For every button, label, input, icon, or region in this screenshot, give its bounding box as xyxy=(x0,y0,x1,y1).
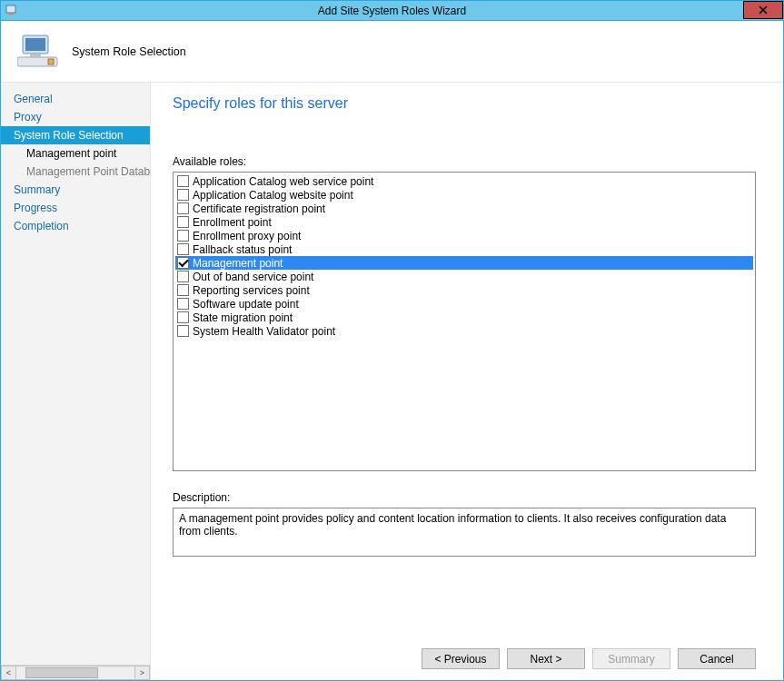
main-heading: Specify roles for this server xyxy=(173,95,756,112)
sidebar: GeneralProxySystem Role SelectionManagem… xyxy=(1,83,151,680)
roles-listbox[interactable]: Application Catalog web service pointApp… xyxy=(173,172,756,471)
role-row-application-catalog-web-service-point[interactable]: Application Catalog web service point xyxy=(175,174,753,188)
role-row-system-health-validator-point[interactable]: System Health Validator point xyxy=(175,324,753,338)
role-row-certificate-registration-point[interactable]: Certificate registration point xyxy=(175,202,753,215)
role-label: Out of band service point xyxy=(193,271,313,283)
role-label: Enrollment point xyxy=(193,216,272,229)
role-label: Application Catalog website point xyxy=(193,189,353,202)
titlebar[interactable]: Add Site System Roles Wizard xyxy=(1,1,783,21)
role-label: State migration point xyxy=(193,311,293,324)
cancel-button[interactable]: Cancel xyxy=(678,648,756,669)
role-label: Certificate registration point xyxy=(193,202,325,215)
role-row-software-update-point[interactable]: Software update point xyxy=(175,297,753,311)
role-checkbox[interactable] xyxy=(177,311,189,323)
previous-button[interactable]: < Previous xyxy=(422,648,500,669)
role-row-reporting-services-point[interactable]: Reporting services point xyxy=(175,283,753,297)
role-label: Management point xyxy=(193,257,283,270)
nav-list: GeneralProxySystem Role SelectionManagem… xyxy=(1,83,150,665)
role-label: Fallback status point xyxy=(193,243,292,256)
wizard-window: Add Site System Roles Wizard System Role… xyxy=(0,0,784,681)
main-panel: Specify roles for this server Available … xyxy=(151,83,783,680)
role-checkbox[interactable] xyxy=(177,325,189,337)
scroll-track[interactable] xyxy=(16,666,134,680)
role-row-enrollment-point[interactable]: Enrollment point xyxy=(175,215,753,229)
svg-rect-8 xyxy=(48,59,54,64)
header-icon xyxy=(17,32,59,72)
available-roles-label: Available roles: xyxy=(173,155,756,168)
header: System Role Selection xyxy=(1,21,783,83)
nav-item-system-role-selection[interactable]: System Role Selection xyxy=(1,126,150,144)
nav-item-management-point-database[interactable]: Management Point Database xyxy=(1,163,150,181)
close-icon xyxy=(759,4,768,17)
role-checkbox[interactable] xyxy=(177,257,189,269)
description-box: A management point provides policy and c… xyxy=(173,508,756,557)
role-row-state-migration-point[interactable]: State migration point xyxy=(175,311,753,324)
role-checkbox[interactable] xyxy=(177,216,189,228)
description-text: A management point provides policy and c… xyxy=(179,512,726,538)
role-label: Enrollment proxy point xyxy=(193,230,301,242)
nav-item-completion[interactable]: Completion xyxy=(1,217,150,235)
svg-rect-7 xyxy=(30,54,41,57)
nav-item-management-point[interactable]: Management point xyxy=(1,144,150,163)
role-row-out-of-band-service-point[interactable]: Out of band service point xyxy=(175,270,753,283)
close-button[interactable] xyxy=(743,1,783,19)
nav-item-progress[interactable]: Progress xyxy=(1,199,150,217)
nav-item-summary[interactable]: Summary xyxy=(1,181,150,199)
sidebar-scrollbar[interactable]: < > xyxy=(1,665,150,680)
footer-buttons: < Previous Next > Summary Cancel xyxy=(173,637,756,669)
role-checkbox[interactable] xyxy=(177,202,189,214)
role-row-enrollment-proxy-point[interactable]: Enrollment proxy point xyxy=(175,229,753,242)
role-row-fallback-status-point[interactable]: Fallback status point xyxy=(175,242,753,256)
role-checkbox[interactable] xyxy=(177,189,189,201)
nav-item-general[interactable]: General xyxy=(1,90,150,108)
scroll-right-button[interactable]: > xyxy=(134,666,150,680)
role-checkbox[interactable] xyxy=(177,284,189,296)
role-row-management-point[interactable]: Management point xyxy=(175,256,753,270)
role-label: Application Catalog web service point xyxy=(193,175,373,188)
nav-item-proxy[interactable]: Proxy xyxy=(1,108,150,126)
body: GeneralProxySystem Role SelectionManagem… xyxy=(1,83,783,680)
window-title: Add Site System Roles Wizard xyxy=(1,5,783,17)
role-label: Reporting services point xyxy=(193,284,310,297)
role-label: Software update point xyxy=(193,298,299,311)
role-checkbox[interactable] xyxy=(177,271,189,282)
description-label: Description: xyxy=(173,491,756,504)
scroll-left-button[interactable]: < xyxy=(1,666,16,680)
header-title: System Role Selection xyxy=(72,45,186,58)
scroll-thumb[interactable] xyxy=(25,667,98,678)
role-checkbox[interactable] xyxy=(177,175,189,187)
role-row-application-catalog-website-point[interactable]: Application Catalog website point xyxy=(175,188,753,202)
role-checkbox[interactable] xyxy=(177,243,189,255)
summary-button: Summary xyxy=(592,648,670,669)
svg-rect-5 xyxy=(25,38,45,51)
role-label: System Health Validator point xyxy=(193,325,335,338)
role-checkbox[interactable] xyxy=(177,230,189,242)
next-button[interactable]: Next > xyxy=(507,648,585,669)
role-checkbox[interactable] xyxy=(177,298,189,310)
